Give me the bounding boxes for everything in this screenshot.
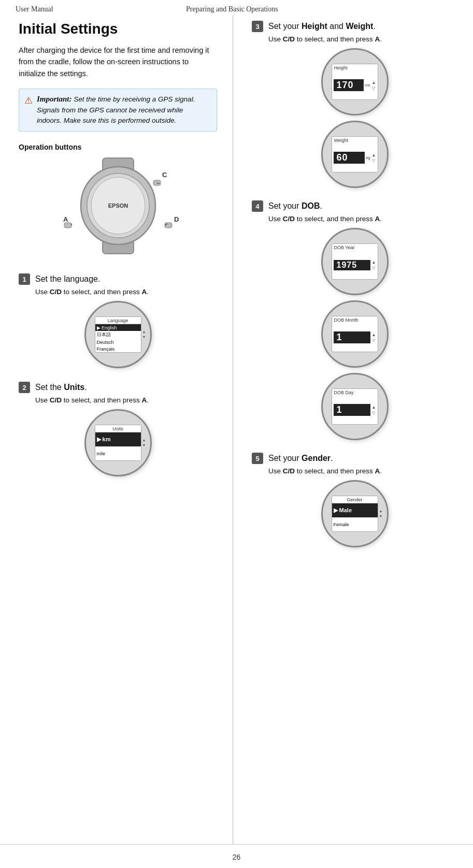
step4-year-screen: DOB Year 1975 ▲ ▽	[252, 228, 457, 295]
step3-height-row: 170 cm ▲ ▽	[332, 71, 378, 99]
step3-height-screen: Height 170 cm ▲ ▽	[252, 48, 457, 115]
step1-title: Set the language.	[35, 274, 100, 284]
step4-year-val: 1975	[334, 260, 370, 270]
svg-text:EPSON: EPSON	[108, 202, 128, 209]
step1-rows: ▶ English 日本語 Deutsch Français	[95, 324, 141, 352]
step1-watch-screen: Language ▶ English 日本語 Deutsch Français …	[19, 301, 217, 368]
svg-text:D: D	[174, 215, 179, 223]
step3-instruction: Use C/D to select, and then press A.	[268, 35, 457, 43]
step3-weight-unit: kg	[366, 155, 370, 160]
step1-row-1: 日本語	[95, 331, 141, 339]
step4-day-inner: DOB Day 1 ▲ ▽	[332, 388, 378, 425]
step1-row-3: Français	[95, 345, 141, 352]
important-icon: ⚠	[24, 95, 33, 106]
svg-rect-7	[64, 223, 71, 228]
step2-block: 2 Set the Units. Use C/D to select, and …	[19, 382, 217, 476]
right-column: 3 Set your Height and Weight. Use C/D to…	[233, 16, 473, 844]
header-left: User Manual	[16, 5, 53, 13]
step4-month-label: DOB Month	[332, 316, 378, 323]
important-content: Important: Set the time by receiving a G…	[37, 94, 209, 126]
step4-year-label: DOB Year	[332, 244, 378, 251]
step5-gender-screen: Gender ▶ Male Female ▲ ▼	[252, 480, 457, 547]
step4-title: Set your DOB.	[268, 201, 322, 211]
step4-day-row: 1 ▲ ▽	[332, 396, 378, 424]
step1-header: 1 Set the language.	[19, 273, 217, 285]
step3-height-circle: Height 170 cm ▲ ▽	[321, 48, 389, 115]
svg-text:C: C	[162, 171, 167, 179]
step2-watch-screen: Units ▶ km mile ▲ ▼	[19, 409, 217, 476]
watch-diagram: EPSON C A D	[19, 155, 217, 259]
step2-num: 2	[19, 382, 30, 393]
step2-title: Set the Units.	[35, 383, 87, 392]
important-box: ⚠ Important: Set the time by receiving a…	[19, 89, 217, 132]
step3-weight-screen: Weight 60 kg ▲ ▽	[252, 121, 457, 188]
step4-month-screen: DOB Month 1 ▲ ▽	[252, 300, 457, 368]
step1-watch-circle: Language ▶ English 日本語 Deutsch Français …	[84, 301, 152, 368]
step4-header: 4 Set your DOB.	[252, 200, 457, 212]
page-title: Initial Settings	[19, 21, 217, 37]
step4-year-circle: DOB Year 1975 ▲ ▽	[321, 228, 389, 295]
step2-screen-label: Units	[95, 425, 141, 432]
step5-row-1: Female	[332, 517, 378, 531]
step2-arrows: ▲ ▼	[142, 438, 146, 447]
step5-gender-circle: Gender ▶ Male Female ▲ ▼	[321, 480, 389, 547]
step4-instruction: Use C/D to select, and then press A.	[268, 215, 457, 223]
svg-text:A: A	[63, 215, 68, 223]
step3-weight-arrows: ▲ ▽	[372, 153, 376, 163]
step5-arrows: ▲ ▼	[379, 509, 383, 518]
step3-num: 3	[252, 21, 263, 32]
step5-block: 5 Set your Gender. Use C/D to select, an…	[252, 453, 457, 547]
step2-rows: ▶ km mile	[95, 432, 141, 460]
step1-block: 1 Set the language. Use C/D to select, a…	[19, 273, 217, 368]
step4-day-label: DOB Day	[332, 389, 378, 396]
step4-day-arrows: ▲ ▽	[372, 405, 376, 415]
main-content: Initial Settings After charging the devi…	[0, 16, 473, 844]
step3-height-unit: cm	[365, 83, 370, 88]
step4-day-val: 1	[334, 404, 370, 416]
step2-row-1: mile	[95, 446, 141, 460]
important-label: Important:	[37, 95, 72, 103]
header-center: Preparing and Basic Operations	[186, 5, 278, 13]
step5-gender-inner: Gender ▶ Male Female	[332, 496, 378, 532]
intro-text: After charging the device for the first …	[19, 45, 217, 79]
step3-height-val: 170	[334, 79, 364, 91]
step4-day-circle: DOB Day 1 ▲ ▽	[321, 373, 389, 440]
step5-title: Set your Gender.	[268, 454, 333, 463]
step2-row-0: ▶ km	[95, 432, 141, 446]
step4-year-arrows: ▲ ▽	[372, 260, 376, 270]
step1-screen-inner: Language ▶ English 日本語 Deutsch Français	[95, 316, 141, 353]
step4-year-inner: DOB Year 1975 ▲ ▽	[332, 243, 378, 280]
page-number: 26	[233, 853, 241, 861]
step4-month-circle: DOB Month 1 ▲ ▽	[321, 300, 389, 368]
step1-instruction: Use C/D to select, and then press A.	[35, 288, 217, 296]
step2-screen-inner: Units ▶ km mile	[95, 425, 141, 461]
step3-header: 3 Set your Height and Weight.	[252, 21, 457, 32]
step1-arrows: ▲ ▼	[142, 330, 146, 339]
page-header: User Manual Preparing and Basic Operatio…	[0, 0, 473, 16]
step3-weight-val: 60	[334, 152, 365, 164]
step1-row-0: ▶ English	[95, 324, 141, 331]
step2-watch-circle: Units ▶ km mile ▲ ▼	[84, 409, 152, 476]
operation-buttons-label: Operation buttons	[19, 143, 217, 151]
step4-month-arrows: ▲ ▽	[372, 332, 376, 343]
step1-screen-label: Language	[95, 317, 141, 324]
step5-rows: ▶ Male Female	[332, 503, 378, 531]
svg-rect-8	[165, 223, 172, 228]
left-column: Initial Settings After charging the devi…	[0, 16, 233, 844]
step2-instruction: Use C/D to select, and then press A.	[35, 396, 217, 404]
step4-day-screen: DOB Day 1 ▲ ▽	[252, 373, 457, 440]
step3-height-inner: Height 170 cm ▲ ▽	[332, 64, 378, 100]
step4-month-val: 1	[334, 331, 370, 343]
step5-num: 5	[252, 453, 263, 464]
step3-block: 3 Set your Height and Weight. Use C/D to…	[252, 21, 457, 188]
watch-diagram-svg: EPSON C A D	[56, 155, 180, 259]
step4-month-inner: DOB Month 1 ▲ ▽	[332, 316, 378, 352]
step3-height-arrows: ▲ ▽	[372, 80, 376, 91]
step3-weight-label: Weight	[332, 137, 378, 143]
step3-height-label: Height	[332, 64, 378, 71]
step5-row-0: ▶ Male	[332, 503, 378, 517]
step4-month-row: 1 ▲ ▽	[332, 323, 378, 352]
step5-instruction: Use C/D to select, and then press A.	[268, 467, 457, 475]
step5-header: 5 Set your Gender.	[252, 453, 457, 464]
step2-header: 2 Set the Units.	[19, 382, 217, 393]
